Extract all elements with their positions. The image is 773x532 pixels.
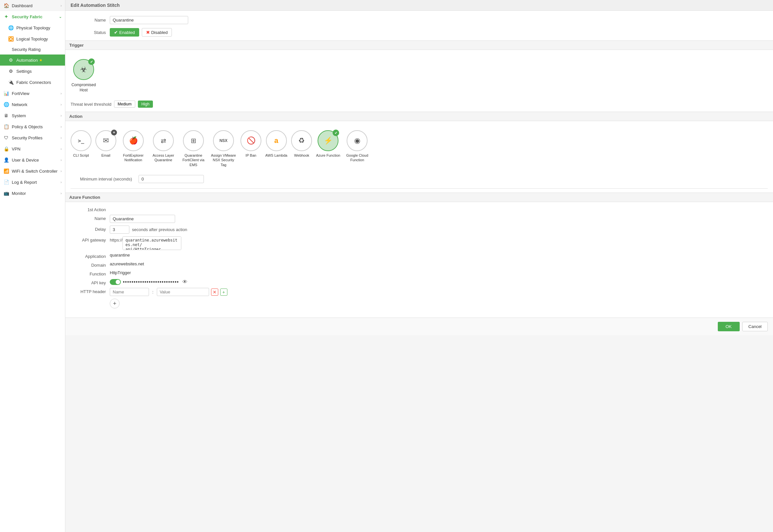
add-header-button[interactable]: + (220, 289, 228, 296)
sidebar-item-system[interactable]: 🖥 System › (0, 110, 65, 121)
sidebar-item-physical-topology[interactable]: 🌐 Physical Topology (0, 22, 65, 33)
sidebar-item-label: FortiView (12, 91, 29, 96)
api-key-toggle[interactable] (110, 279, 121, 285)
sidebar-item-label: Policy & Objects (12, 124, 43, 129)
remove-header-button[interactable]: ✕ (211, 289, 218, 296)
sidebar-item-label: Logical Topology (16, 37, 48, 41)
chevron-down-icon: ⌄ (59, 15, 62, 19)
sidebar-item-user-device[interactable]: 👤 User & Device › (0, 154, 65, 165)
azure-name-input[interactable] (110, 215, 175, 223)
sidebar-item-monitor[interactable]: 📺 Monitor › (0, 188, 65, 199)
ok-button[interactable]: OK (718, 322, 740, 331)
sidebar-item-wifi-switch[interactable]: 📶 WiFi & Switch Controller › (0, 165, 65, 177)
google-cloud-circle: ◉ (347, 130, 368, 151)
ip-ban-circle: 🚫 (241, 130, 261, 151)
sidebar-item-fabric-connectors[interactable]: 🔌 Fabric Connectors (0, 77, 65, 88)
sidebar-item-fortiview[interactable]: 📊 FortiView › (0, 88, 65, 99)
delay-input[interactable] (110, 226, 129, 234)
sidebar-item-label: System (12, 113, 26, 118)
ip-ban-label: IP Ban (246, 153, 257, 158)
system-icon: 🖥 (3, 113, 9, 118)
action-cli-script[interactable]: >_ CLI Script (71, 130, 91, 158)
action-email[interactable]: ✉ + Email (95, 130, 116, 158)
sidebar-item-vpn[interactable]: 🔒 VPN › (0, 143, 65, 154)
fabric-connectors-icon: 🔌 (8, 79, 14, 85)
medium-button[interactable]: Medium (114, 101, 135, 108)
monitor-icon: 📺 (3, 190, 9, 196)
sidebar-item-settings[interactable]: ⚙ Settings (0, 66, 65, 77)
physical-topology-icon: 🌐 (8, 25, 14, 31)
sidebar-item-log-report[interactable]: 📄 Log & Report › (0, 177, 65, 188)
action-azure-function[interactable]: ⚡ ✔ Azure Function (316, 130, 340, 158)
http-header-inputs: : ✕ + (110, 288, 228, 296)
footer-bar: OK Cancel (65, 318, 773, 335)
email-label: Email (101, 153, 110, 158)
domain-row: Domain azurewebsites.net (71, 261, 768, 268)
action-fortiexplorer[interactable]: 🍎 FortiExplorer Notification (120, 130, 146, 163)
api-gateway-input[interactable]: quarantine.azurewebsites.net/ api/HttpTr… (122, 236, 181, 250)
biohazard-icon: ☣ (80, 65, 87, 74)
access-layer-circle: ⇄ (153, 130, 174, 151)
azure-function-section: Azure Function 1st Action Name Delay sec… (71, 188, 768, 308)
node-check-badge: ✔ (88, 58, 95, 65)
action-section-title: Action (65, 112, 773, 121)
sidebar-item-security-rating[interactable]: Security Rating (0, 44, 65, 55)
eye-icon[interactable]: 👁 (182, 279, 187, 285)
enabled-check-icon: ✔ (114, 30, 118, 35)
assign-nsx-circle: NSX (213, 130, 234, 151)
sidebar-item-label: Dashboard (12, 3, 33, 8)
nsx-icon: NSX (220, 138, 228, 143)
sidebar-item-label: Security Rating (12, 47, 40, 52)
action-access-layer[interactable]: ⇄ Access Layer Quarantine (150, 130, 176, 163)
automation-icon: ⚙ (8, 57, 14, 63)
api-key-row: API key •••••••••••••••••••••••••• 👁 (71, 279, 768, 285)
sidebar-item-label: Monitor (12, 191, 26, 196)
sidebar-item-network[interactable]: 🌐 Network › (0, 99, 65, 110)
action-assign-nsx[interactable]: NSX Assign VMware NSX Security Tag (211, 130, 237, 167)
aws-lambda-circle: a (266, 130, 287, 151)
http-value-input[interactable] (157, 288, 209, 296)
chevron-right-icon: › (60, 125, 62, 129)
api-key-dots: •••••••••••••••••••••••••• (123, 279, 179, 285)
action-ip-ban[interactable]: 🚫 IP Ban (241, 130, 261, 158)
email-icon: ✉ (103, 136, 109, 145)
fortiview-icon: 📊 (3, 90, 9, 96)
chevron-right-icon: › (60, 136, 62, 140)
google-cloud-label: Google Cloud Function (344, 153, 370, 163)
status-label: Status (71, 30, 110, 35)
action-area: >_ CLI Script ✉ + Email 🍎 FortiExplorer … (71, 125, 768, 172)
azure-function-circle: ⚡ ✔ (318, 130, 339, 151)
main-content: Edit Automation Stitch Name Status ✔ Ena… (65, 0, 773, 532)
sidebar-item-label: Fabric Connectors (16, 80, 51, 85)
action-aws-lambda[interactable]: a AWS Lambda (265, 130, 287, 158)
sidebar-item-automation[interactable]: ⚙ Automation ★ (0, 55, 65, 66)
min-interval-input[interactable] (138, 175, 204, 183)
delay-label: Delay (71, 226, 110, 232)
sidebar-item-policy-objects[interactable]: 📋 Policy & Objects › (0, 121, 65, 132)
sidebar-item-security-fabric[interactable]: ✦ Security Fabric ⌄ (0, 11, 65, 22)
add-row-button[interactable]: + (110, 299, 119, 308)
azure-name-label: Name (71, 215, 110, 221)
name-input[interactable] (110, 16, 188, 24)
disabled-button[interactable]: ✖ Disabled (142, 28, 172, 37)
sidebar-item-logical-topology[interactable]: 🔀 Logical Topology (0, 33, 65, 44)
enabled-label: Enabled (119, 30, 135, 35)
sidebar-item-label: User & Device (12, 158, 39, 163)
action-quarantine-ems[interactable]: ⊞ Quarantine FortiClient via EMS (180, 130, 207, 167)
disabled-label: Disabled (151, 30, 168, 35)
access-layer-label: Access Layer Quarantine (150, 153, 176, 163)
cancel-button[interactable]: Cancel (742, 322, 768, 331)
page-title: Edit Automation Stitch (65, 0, 773, 11)
http-name-input[interactable] (110, 288, 149, 296)
action-google-cloud[interactable]: ◉ Google Cloud Function (344, 130, 370, 163)
quarantine-ems-circle: ⊞ (183, 130, 204, 151)
action-webhook[interactable]: ♻ Webhook (291, 130, 312, 158)
chevron-right-icon: › (60, 158, 62, 162)
min-interval-label: Minimum interval (seconds) (71, 177, 136, 181)
sidebar-item-dashboard[interactable]: 🏠 Dashboard › (0, 0, 65, 11)
enabled-button[interactable]: ✔ Enabled (110, 28, 139, 37)
sidebar-item-security-profiles[interactable]: 🛡 Security Profiles › (0, 132, 65, 143)
trigger-node-compromised-host[interactable]: ☣ ✔ Compromised Host (71, 59, 97, 93)
high-button[interactable]: High (138, 101, 153, 108)
application-row: Application quarantine (71, 253, 768, 259)
